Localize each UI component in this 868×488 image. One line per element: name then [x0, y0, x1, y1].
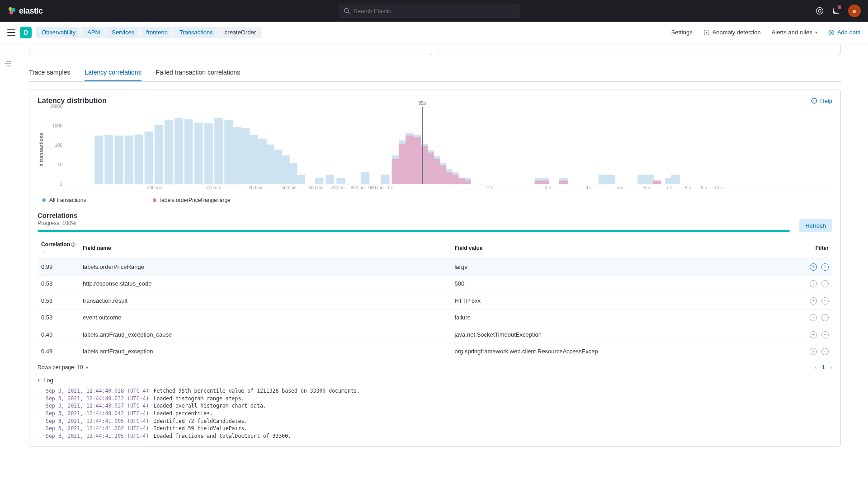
rows-per-page-selector[interactable]: Rows per page: 10 ▾: [38, 364, 88, 371]
chevron-down-icon: ▾: [86, 365, 88, 370]
table-row[interactable]: 0.99labels.orderPriceRangelarge+−: [38, 258, 832, 276]
log-message: Loaded histogram range steps.: [153, 395, 244, 403]
cell-field-value: large: [451, 258, 801, 276]
cell-correlation: 0.53: [38, 309, 79, 326]
filter-in-icon[interactable]: +: [810, 280, 817, 287]
filter-out-icon[interactable]: −: [821, 263, 829, 271]
log-timestamp: Sep 3, 2021, 12:44:40.042 (UTC-4): [46, 410, 149, 418]
anomaly-detection-link[interactable]: Anomaly detection: [703, 29, 761, 36]
cell-correlation: 0.49: [38, 326, 79, 343]
log-toggle[interactable]: ▾ Log: [38, 377, 832, 384]
page-prev[interactable]: ‹: [815, 364, 816, 371]
collapse-sidebar-icon[interactable]: [5, 60, 13, 68]
log-line: Sep 3, 2021, 12:44:41.202 (UTC-4)Identif…: [46, 425, 832, 432]
svg-rect-36: [326, 175, 335, 184]
table-row[interactable]: 0.49labels.antiFraud_exceptionorg.spring…: [38, 343, 832, 360]
ml-icon: [703, 29, 710, 36]
page-current[interactable]: 1: [822, 364, 825, 371]
svg-line-4: [348, 12, 350, 14]
svg-rect-26: [233, 127, 241, 184]
correlations-table: Correlationⓘ ↓ Field name Field value Fi…: [38, 238, 832, 360]
filter-in-icon[interactable]: +: [810, 263, 817, 271]
svg-rect-33: [289, 163, 297, 184]
filter-out-icon[interactable]: −: [821, 314, 829, 321]
breadcrumb-item[interactable]: Services: [104, 27, 141, 38]
log-timestamp: Sep 3, 2021, 12:44:41.205 (UTC-4): [46, 432, 149, 440]
help-link[interactable]: ? Help: [811, 98, 832, 104]
legend-swatch: [153, 198, 156, 202]
cell-field-name: labels.orderPriceRange: [79, 258, 451, 276]
space-selector[interactable]: D: [20, 27, 32, 38]
log-line: Sep 3, 2021, 12:44:40.042 (UTC-4)Loaded …: [46, 410, 832, 418]
filter-out-icon[interactable]: −: [821, 331, 829, 338]
legend-item-selected[interactable]: labels.orderPriceRange:large: [153, 197, 230, 203]
legend-item-all[interactable]: All transactions: [42, 197, 86, 203]
filter-in-icon[interactable]: +: [810, 297, 817, 305]
alerts-rules-menu[interactable]: Alerts and rules ▾: [772, 29, 817, 36]
news-feed-icon[interactable]: [832, 7, 840, 15]
notification-dot: [838, 5, 841, 9]
pagination: ‹ 1 ›: [815, 364, 832, 371]
filter-in-icon[interactable]: +: [810, 314, 817, 321]
col-correlation[interactable]: Correlationⓘ ↓: [38, 238, 79, 258]
global-search[interactable]: [339, 4, 519, 18]
add-data-link[interactable]: Add data: [828, 29, 861, 36]
breadcrumb: ObservabilityAPMServicesfrontendTransact…: [36, 27, 262, 38]
log-timestamp: Sep 3, 2021, 12:44:40.032 (UTC-4): [46, 395, 149, 403]
table-row[interactable]: 0.53transaction.resultHTTP 5xx+−: [38, 292, 832, 310]
svg-text:?: ?: [813, 99, 816, 103]
user-avatar[interactable]: s: [848, 5, 861, 17]
svg-rect-29: [258, 139, 267, 184]
page-next[interactable]: ›: [830, 364, 832, 371]
svg-point-6: [818, 9, 821, 12]
global-search-input[interactable]: [354, 8, 514, 14]
log-timestamp: Sep 3, 2021, 12:44:40.028 (UTC-4): [46, 387, 149, 395]
breadcrumb-item[interactable]: frontend: [138, 27, 174, 38]
log-timestamp: Sep 3, 2021, 12:44:41.005 (UTC-4): [46, 418, 149, 425]
tab-failed-transaction-correlations[interactable]: Failed transaction correlations: [156, 64, 241, 81]
breadcrumb-item[interactable]: Observability: [36, 27, 82, 38]
breadcrumb-item: createOrder: [217, 27, 262, 38]
filter-out-icon[interactable]: −: [821, 348, 829, 355]
svg-rect-20: [175, 118, 183, 184]
nav-toggle-icon[interactable]: [7, 29, 15, 36]
log-line: Sep 3, 2021, 12:44:41.205 (UTC-4)Loaded …: [46, 432, 832, 440]
table-row[interactable]: 0.49labels.antiFraud_exception_causejava…: [38, 326, 832, 343]
help-menu-icon[interactable]: [816, 7, 824, 15]
cell-field-value: java.net.SocketTimeoutException: [451, 326, 801, 343]
plus-in-circle-icon: [828, 29, 835, 36]
p95-label: 95p: [418, 101, 426, 106]
log-message: Loaded fractions and totalDocCount of 33…: [153, 432, 291, 440]
filter-out-icon[interactable]: −: [821, 280, 829, 287]
correlations-title: Correlations: [38, 211, 832, 219]
filter-out-icon[interactable]: −: [821, 297, 829, 305]
filter-in-icon[interactable]: +: [810, 331, 817, 338]
tab-trace-samples[interactable]: Trace samples: [29, 64, 70, 81]
svg-point-5: [816, 8, 823, 14]
cell-field-value: HTTP 5xx: [451, 292, 801, 310]
col-field-name[interactable]: Field name: [79, 238, 451, 258]
svg-rect-34: [297, 175, 305, 184]
breadcrumb-item[interactable]: Transactions: [171, 27, 219, 38]
sub-header: D ObservabilityAPMServicesfrontendTransa…: [0, 22, 868, 43]
svg-rect-13: [104, 135, 113, 184]
table-row[interactable]: 0.53http.response.status_code500+−: [38, 275, 832, 292]
x-axis: 200 ms300 ms400 ms500 ms600 ms700 ms800 …: [64, 185, 832, 192]
refresh-button[interactable]: Refresh: [799, 219, 832, 232]
chevron-down-icon: ▾: [815, 30, 817, 35]
col-filter: Filter: [801, 238, 832, 258]
svg-rect-38: [361, 172, 370, 184]
svg-point-8: [706, 32, 708, 33]
latency-histogram-chart[interactable]: 11010010001000095p: [64, 107, 832, 184]
filter-in-icon[interactable]: +: [810, 348, 817, 355]
chevron-down-icon: ▾: [38, 378, 40, 383]
table-row[interactable]: 0.53event.outcomefailure+−: [38, 309, 832, 326]
svg-rect-14: [114, 136, 123, 184]
svg-rect-39: [381, 175, 390, 184]
settings-link[interactable]: Settings: [671, 29, 693, 36]
tab-latency-correlations[interactable]: Latency correlations: [85, 64, 141, 81]
sort-desc-icon: ↓: [42, 249, 44, 254]
col-field-value[interactable]: Field value: [451, 238, 801, 258]
breadcrumb-item[interactable]: APM: [79, 27, 106, 38]
logo[interactable]: elastic: [7, 6, 43, 16]
